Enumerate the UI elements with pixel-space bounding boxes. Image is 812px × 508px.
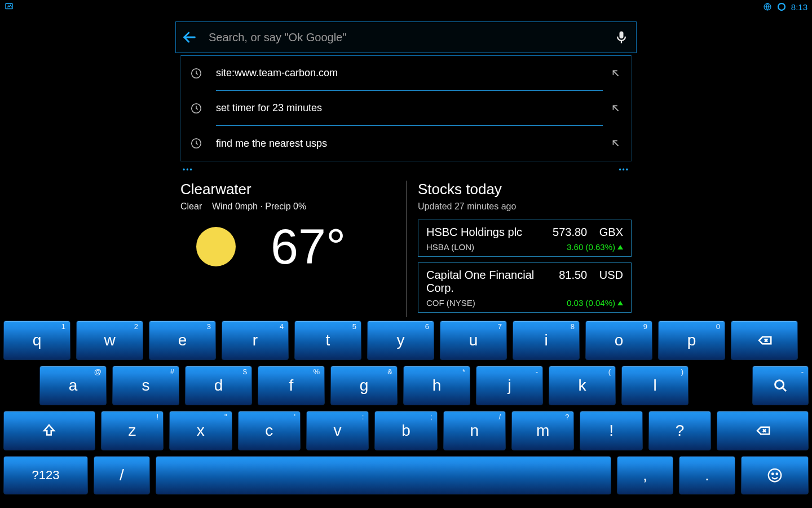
- key-v[interactable]: v:: [306, 411, 369, 450]
- key-n[interactable]: n/: [443, 411, 506, 450]
- stock-symbol: HSBA (LON): [426, 242, 474, 252]
- key-m[interactable]: m?: [511, 411, 574, 450]
- up-arrow-icon: [617, 301, 623, 305]
- key-emoji[interactable]: [741, 456, 809, 494]
- suggestion-text: find me the nearest usps: [216, 126, 603, 161]
- search-bar[interactable]: [175, 21, 637, 53]
- search-input[interactable]: [198, 31, 614, 44]
- weather-card[interactable]: Clearwater Clear Wind 0mph · Precip 0% 6…: [180, 181, 383, 318]
- stock-change: 3.60 (0.63%): [567, 242, 623, 252]
- key-g[interactable]: g&: [330, 366, 398, 405]
- search-suggestions: site:www.team-carbon.com set timer for 2…: [180, 55, 632, 161]
- svg-point-7: [769, 469, 782, 482]
- key-d[interactable]: d$: [185, 366, 252, 405]
- screenshot-notif-icon: [5, 2, 14, 11]
- key-?[interactable]: ?: [648, 411, 711, 450]
- key-w[interactable]: w2: [76, 321, 143, 360]
- key-z[interactable]: z!: [101, 411, 164, 450]
- key-backspace[interactable]: [731, 321, 798, 360]
- key-y[interactable]: y6: [367, 321, 434, 360]
- key-period[interactable]: .: [679, 456, 735, 494]
- weather-precip: Precip 0%: [265, 202, 306, 211]
- key-a[interactable]: a@: [39, 366, 107, 405]
- stocks-card: Stocks today Updated 27 minutes ago HSBC…: [406, 181, 632, 318]
- suggestion-row[interactable]: site:www.team-carbon.com: [181, 56, 631, 91]
- stocks-updated: Updated 27 minutes ago: [418, 202, 632, 212]
- key-l[interactable]: l): [621, 366, 689, 405]
- svg-point-8: [772, 473, 774, 475]
- suggestion-row[interactable]: set timer for 23 minutes: [181, 91, 631, 126]
- key-t[interactable]: t5: [294, 321, 361, 360]
- key-space[interactable]: [156, 456, 611, 494]
- key-h[interactable]: h*: [403, 366, 470, 405]
- page-dots-left[interactable]: •••: [183, 166, 193, 174]
- key-f[interactable]: f%: [258, 366, 325, 405]
- insert-arrow-icon[interactable]: [610, 102, 622, 115]
- weather-condition: Clear: [180, 202, 202, 211]
- key-b[interactable]: b;: [374, 411, 437, 450]
- status-indicator-icon: [776, 2, 787, 12]
- key-shift[interactable]: [3, 411, 95, 450]
- key-u[interactable]: u7: [440, 321, 507, 360]
- weather-location: Clearwater: [180, 181, 383, 198]
- back-arrow-icon[interactable]: [180, 28, 198, 46]
- svg-point-6: [775, 380, 784, 389]
- key-c[interactable]: c': [238, 411, 301, 450]
- stock-price: 573.80: [553, 226, 587, 239]
- insert-arrow-icon[interactable]: [610, 67, 622, 80]
- stock-row[interactable]: HSBC Holdings plc 573.80 GBX HSBA (LON) …: [418, 220, 632, 257]
- stock-name: HSBC Holdings plc: [426, 226, 522, 239]
- weather-summary: Clear Wind 0mph · Precip 0%: [180, 202, 383, 212]
- svg-point-2: [778, 3, 785, 10]
- history-icon: [190, 67, 202, 80]
- key-q[interactable]: q1: [3, 321, 70, 360]
- page-dots-right[interactable]: •••: [619, 166, 629, 174]
- insert-arrow-icon[interactable]: [610, 137, 622, 150]
- weather-temp: 67°: [271, 222, 346, 271]
- suggestion-text: site:www.team-carbon.com: [216, 56, 603, 91]
- key-s[interactable]: s#: [112, 366, 179, 405]
- key-e[interactable]: e3: [149, 321, 216, 360]
- sun-icon: [196, 227, 236, 266]
- key-p[interactable]: p0: [658, 321, 725, 360]
- on-screen-keyboard: q1w2e3r4t5y6u7i8o9p0 a@s#d$f%g&h*j-k(l)-…: [0, 317, 812, 508]
- key-backspace[interactable]: [717, 411, 809, 450]
- stock-change: 0.03 (0.04%): [567, 298, 623, 308]
- suggestion-text: set timer for 23 minutes: [216, 91, 603, 126]
- key-k[interactable]: k(: [549, 366, 616, 405]
- stocks-title: Stocks today: [418, 181, 632, 198]
- key-![interactable]: !: [580, 411, 642, 450]
- status-bar: 8:13: [0, 0, 812, 14]
- page-indicator-row: ••• •••: [180, 166, 632, 174]
- status-clock: 8:13: [791, 2, 807, 12]
- svg-point-9: [776, 473, 778, 475]
- weather-wind: Wind 0mph: [212, 202, 258, 211]
- key-slash[interactable]: /: [94, 456, 150, 494]
- stock-currency: USD: [599, 269, 623, 295]
- suggestion-row[interactable]: find me the nearest usps: [181, 126, 631, 161]
- history-icon: [190, 102, 202, 115]
- key-comma[interactable]: ,: [617, 456, 673, 494]
- stock-price: 81.50: [559, 269, 587, 295]
- key-r[interactable]: r4: [222, 321, 289, 360]
- key-i[interactable]: i8: [513, 321, 580, 360]
- stock-name: Capital One Financial Corp.: [426, 269, 559, 295]
- stock-currency: GBX: [599, 226, 623, 239]
- key-search[interactable]: -: [752, 366, 809, 405]
- key-x[interactable]: x": [169, 411, 232, 450]
- key-symbols[interactable]: ?123: [3, 456, 88, 494]
- key-o[interactable]: o9: [585, 321, 652, 360]
- stock-row[interactable]: Capital One Financial Corp. 81.50 USD CO…: [418, 262, 632, 313]
- up-arrow-icon: [617, 245, 623, 249]
- history-icon: [190, 137, 202, 150]
- network-icon: [763, 2, 772, 11]
- key-j[interactable]: j-: [476, 366, 543, 405]
- mic-icon[interactable]: [614, 29, 629, 45]
- stock-symbol: COF (NYSE): [426, 298, 475, 308]
